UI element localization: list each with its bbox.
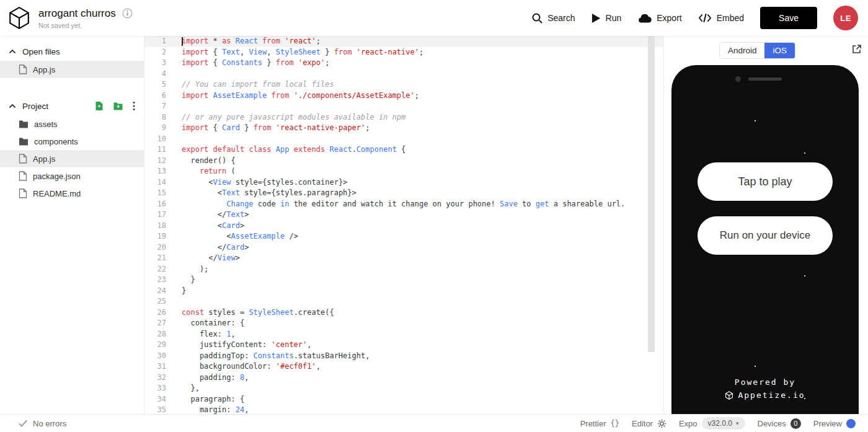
tap-to-play-button[interactable]: Tap to play bbox=[698, 162, 833, 201]
code-line[interactable]: 24} bbox=[144, 286, 663, 297]
line-number: 4 bbox=[144, 69, 166, 80]
code-line[interactable]: 3import { Constants } from 'expo'; bbox=[144, 58, 663, 69]
file-icon bbox=[19, 154, 27, 164]
file-packagejson[interactable]: package.json bbox=[0, 167, 144, 185]
line-number: 19 bbox=[144, 231, 166, 242]
line-number: 13 bbox=[144, 166, 166, 177]
run-button[interactable]: Run bbox=[591, 13, 622, 24]
code-line[interactable]: 25 bbox=[144, 296, 663, 307]
open-files-section[interactable]: Open files bbox=[0, 42, 144, 61]
code-line[interactable]: 29 justifyContent: 'center', bbox=[144, 340, 663, 351]
project-title[interactable]: arrogant churros bbox=[38, 7, 116, 20]
code-line[interactable]: 17 </Text> bbox=[144, 209, 663, 221]
code-line[interactable]: 23 } bbox=[144, 275, 663, 286]
code-line[interactable]: 7 bbox=[144, 101, 663, 112]
open-file-appjs[interactable]: App.js bbox=[0, 61, 144, 78]
line-number: 14 bbox=[144, 177, 166, 188]
open-in-new-window-icon[interactable] bbox=[852, 44, 862, 56]
code-line[interactable]: 35 margin: 24, bbox=[144, 405, 663, 414]
file-appjs[interactable]: App.js bbox=[0, 150, 144, 167]
code-line[interactable]: 27 container: { bbox=[144, 318, 663, 329]
prettier-button[interactable]: Prettier {} bbox=[580, 419, 619, 428]
phone-speaker bbox=[748, 77, 782, 81]
chevron-up-icon bbox=[9, 49, 16, 54]
code-line[interactable]: 22 ); bbox=[144, 264, 663, 275]
code-lines: 1import * as React from 'react';2import … bbox=[144, 36, 663, 414]
more-options-icon[interactable] bbox=[133, 101, 135, 111]
code-line[interactable]: 6import AssetExample from './components/… bbox=[144, 90, 663, 102]
no-errors-label: No errors bbox=[33, 419, 66, 428]
folder-components[interactable]: components bbox=[0, 133, 144, 150]
code-line[interactable]: 13 return ( bbox=[144, 166, 663, 177]
code-line[interactable]: 14 <View style={styles.container}> bbox=[144, 177, 663, 188]
code-line[interactable]: 4 bbox=[144, 69, 663, 80]
code-line[interactable]: 31 backgroundColor: '#ecf0f1', bbox=[144, 361, 663, 372]
chevron-up-icon bbox=[9, 104, 16, 108]
code-line[interactable]: 11export default class App extends React… bbox=[144, 144, 663, 156]
folder-assets[interactable]: assets bbox=[0, 115, 144, 133]
new-folder-icon[interactable] bbox=[113, 102, 123, 110]
code-line[interactable]: 8// or any pure javascript modules avail… bbox=[144, 112, 663, 123]
embed-button[interactable]: Embed bbox=[698, 13, 744, 23]
header: arrogant churros Not saved yet. Search R… bbox=[0, 0, 868, 36]
preview-toggle[interactable]: Preview bbox=[813, 419, 856, 428]
line-number: 27 bbox=[144, 318, 166, 329]
line-number: 30 bbox=[144, 351, 166, 362]
line-number: 25 bbox=[144, 296, 166, 307]
editor-label: Editor bbox=[632, 419, 653, 428]
code-line[interactable]: 34 paragraph: { bbox=[144, 394, 663, 405]
code-line[interactable]: 20 </Card> bbox=[144, 242, 663, 253]
line-number: 24 bbox=[144, 286, 166, 297]
folder-icon bbox=[19, 120, 29, 128]
expo-logo-icon[interactable] bbox=[6, 5, 32, 31]
code-editor[interactable]: 1import * as React from 'react';2import … bbox=[144, 36, 663, 414]
code-line[interactable]: 2import { Text, View, StyleSheet } from … bbox=[144, 47, 663, 58]
code-line[interactable]: 16 Change code in the editor and watch i… bbox=[144, 199, 663, 210]
save-status: Not saved yet. bbox=[38, 22, 133, 29]
editor-scrollbar[interactable] bbox=[648, 36, 655, 352]
code-line[interactable]: 33 }, bbox=[144, 383, 663, 394]
devices-label: Devices bbox=[758, 419, 786, 428]
line-number: 16 bbox=[144, 199, 166, 210]
code-line[interactable]: 15 <Text style={styles.paragraph}> bbox=[144, 188, 663, 199]
run-on-device-button[interactable]: Run on your device bbox=[698, 216, 833, 255]
save-button[interactable]: Save bbox=[760, 7, 817, 29]
line-number: 26 bbox=[144, 307, 166, 319]
tab-android[interactable]: Android bbox=[720, 43, 765, 58]
tab-ios[interactable]: iOS bbox=[764, 43, 795, 58]
code-line[interactable]: 18 <Card> bbox=[144, 221, 663, 232]
cloud-icon bbox=[637, 13, 652, 24]
code-line[interactable]: 19 <AssetExample /> bbox=[144, 231, 663, 242]
code-line[interactable]: 28 flex: 1, bbox=[144, 329, 663, 340]
info-icon[interactable] bbox=[122, 8, 133, 19]
code-line[interactable]: 9import { Card } from 'react-native-pape… bbox=[144, 123, 663, 134]
editor-settings-button[interactable]: Editor bbox=[632, 419, 666, 428]
project-label: Project bbox=[22, 102, 48, 111]
code-line[interactable]: 5// You can import from local files bbox=[144, 79, 663, 90]
file-readme[interactable]: README.md bbox=[0, 185, 144, 202]
code-line[interactable]: 21 </View> bbox=[144, 253, 663, 264]
code-line[interactable]: 26const styles = StyleSheet.create({ bbox=[144, 307, 663, 319]
file-icon bbox=[19, 64, 27, 74]
preview-toggle-dot[interactable] bbox=[846, 419, 856, 428]
code-line[interactable]: 30 paddingTop: Constants.statusBarHeight… bbox=[144, 351, 663, 362]
code-line[interactable]: 10 bbox=[144, 134, 663, 145]
devices-button[interactable]: Devices 0 bbox=[758, 418, 801, 429]
code-line[interactable]: 1import * as React from 'react'; bbox=[144, 36, 663, 47]
chevron-down-icon: ▾ bbox=[736, 420, 739, 426]
new-file-icon[interactable] bbox=[95, 101, 104, 111]
line-number: 28 bbox=[144, 329, 166, 340]
export-button[interactable]: Export bbox=[637, 13, 681, 24]
line-number: 3 bbox=[144, 58, 166, 69]
code-line[interactable]: 32 padding: 8, bbox=[144, 372, 663, 384]
line-number: 31 bbox=[144, 361, 166, 372]
project-section[interactable]: Project bbox=[0, 97, 144, 115]
expo-version-control[interactable]: Expo v32.0.0 ▾ bbox=[679, 417, 745, 430]
error-status: No errors bbox=[19, 419, 66, 428]
avatar[interactable]: LE bbox=[833, 6, 858, 30]
code-line[interactable]: 12 render() { bbox=[144, 156, 663, 167]
search-button[interactable]: Search bbox=[531, 12, 575, 24]
line-number: 11 bbox=[144, 144, 166, 156]
version-dropdown[interactable]: v32.0.0 ▾ bbox=[702, 417, 745, 430]
folder-label: components bbox=[34, 137, 78, 146]
